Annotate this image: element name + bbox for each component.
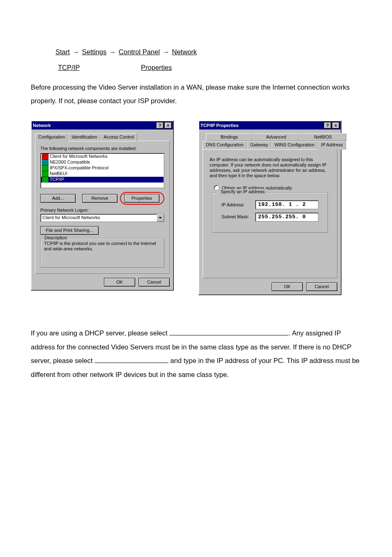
help-button[interactable]: ? xyxy=(156,122,164,129)
tab-identification[interactable]: Identification xyxy=(68,133,100,141)
ok-button[interactable]: OK xyxy=(272,282,303,291)
titlebar[interactable]: TCP/IP Properties ? × xyxy=(199,121,341,129)
chevron-down-icon[interactable] xyxy=(157,214,164,222)
client-icon xyxy=(42,154,48,159)
network-dialog: Network ? × Configuration Identification… xyxy=(31,120,174,291)
list-item-label: TCP/IP xyxy=(50,177,64,182)
description-text: TCP/IP is the protocol you use to connec… xyxy=(44,241,156,251)
arrow-icon: → xyxy=(162,48,169,55)
arrow-icon: → xyxy=(109,48,116,55)
list-item[interactable]: NetBEUI xyxy=(41,171,164,177)
tcpip-dialog: TCP/IP Properties ? × Bindings Advanced … xyxy=(198,120,341,295)
list-item[interactable]: Client for Microsoft Networks xyxy=(41,154,164,159)
svg-marker-0 xyxy=(159,217,162,219)
ip-address-input[interactable]: 192.168. 1 . 2 xyxy=(255,200,318,209)
help-button[interactable]: ? xyxy=(324,122,331,129)
tab-wins[interactable]: WINS Configuration xyxy=(271,141,318,149)
path-tcpip: TCP/IP xyxy=(58,64,80,71)
list-item[interactable]: NE2000 Compatible xyxy=(41,159,164,165)
blank-line xyxy=(95,363,168,363)
close-button[interactable]: × xyxy=(332,122,339,129)
components-listbox[interactable]: Client for Microsoft Networks NE2000 Com… xyxy=(40,153,164,188)
info-text: An IP address can be automatically assig… xyxy=(210,157,330,179)
path-settings: Settings xyxy=(82,48,107,55)
list-item-label: IPX/SPX-compatible Protocol xyxy=(50,165,108,171)
path-control-panel: Control Panel xyxy=(119,48,160,55)
remove-button[interactable]: Remove xyxy=(82,194,118,203)
tab-dns[interactable]: DNS Configuration xyxy=(203,141,247,149)
ok-button[interactable]: OK xyxy=(104,278,135,287)
primary-logon-combo[interactable]: Client for Microsoft Networks xyxy=(40,214,164,222)
subnet-mask-input[interactable]: 255.255.255. 0 xyxy=(255,213,318,222)
footer-text-1: If you are using a DHCP server, please s… xyxy=(31,329,169,337)
blank-line xyxy=(169,335,288,335)
path-start: Start xyxy=(55,48,70,55)
add-button[interactable]: Add... xyxy=(40,194,76,203)
tab-ip-address[interactable]: IP Address xyxy=(318,141,346,149)
combo-value: Client for Microsoft Networks xyxy=(41,215,157,220)
properties-button[interactable]: Properties xyxy=(124,194,159,203)
tab-advanced[interactable]: Advanced xyxy=(253,133,300,141)
arrow-icon: → xyxy=(72,48,79,55)
radio-label: Specify an IP address: xyxy=(221,189,266,194)
tab-gateway[interactable]: Gateway xyxy=(247,141,271,149)
tab-netbios[interactable]: NetBIOS xyxy=(300,133,346,141)
components-label: The following network components are ins… xyxy=(40,146,164,151)
radio-specify[interactable]: Specify an IP address: xyxy=(217,189,267,194)
ip-address-label: IP Address: xyxy=(221,202,255,208)
list-item-selected[interactable]: TCP/IP xyxy=(41,177,164,183)
list-item[interactable]: IPX/SPX-compatible Protocol xyxy=(41,165,164,171)
dialog-title: Network xyxy=(33,123,155,128)
subnet-mask-label: Subnet Mask: xyxy=(221,214,255,220)
description-legend: Description xyxy=(43,235,68,240)
intro-paragraph: Before processing the Video Server insta… xyxy=(31,81,361,109)
specify-ip-group: Specify an IP address: IP Address: 192.1… xyxy=(212,192,328,232)
footer-paragraph: If you are using a DHCP server, please s… xyxy=(31,326,361,382)
breadcrumb: Start → Settings → Control Panel → Netwo… xyxy=(31,45,361,59)
cancel-button[interactable]: Cancel xyxy=(306,282,337,291)
cancel-button[interactable]: Cancel xyxy=(138,278,170,287)
close-button[interactable]: × xyxy=(164,122,172,129)
breadcrumb-sub: TCP/IP Properties xyxy=(31,61,361,75)
list-item-label: Client for Microsoft Networks xyxy=(50,154,108,159)
list-item-label: NetBEUI xyxy=(50,171,67,176)
primary-logon-label: Primary Network Logon: xyxy=(40,208,164,213)
dialog-title: TCP/IP Properties xyxy=(201,123,323,128)
path-network: Network xyxy=(172,48,197,55)
list-item-label: NE2000 Compatible xyxy=(50,159,90,165)
protocol-icon xyxy=(42,165,48,171)
tab-configuration[interactable]: Configuration xyxy=(35,133,68,141)
description-group: Description TCP/IP is the protocol you u… xyxy=(40,238,164,268)
protocol-icon xyxy=(42,177,48,183)
protocol-icon xyxy=(42,171,48,177)
path-properties: Properties xyxy=(141,64,172,71)
file-print-sharing-button[interactable]: File and Print Sharing... xyxy=(40,226,99,235)
tab-access-control[interactable]: Access Control xyxy=(100,133,137,141)
tab-bindings[interactable]: Bindings xyxy=(206,133,253,141)
adapter-icon xyxy=(42,159,48,165)
titlebar[interactable]: Network ? × xyxy=(32,121,173,129)
